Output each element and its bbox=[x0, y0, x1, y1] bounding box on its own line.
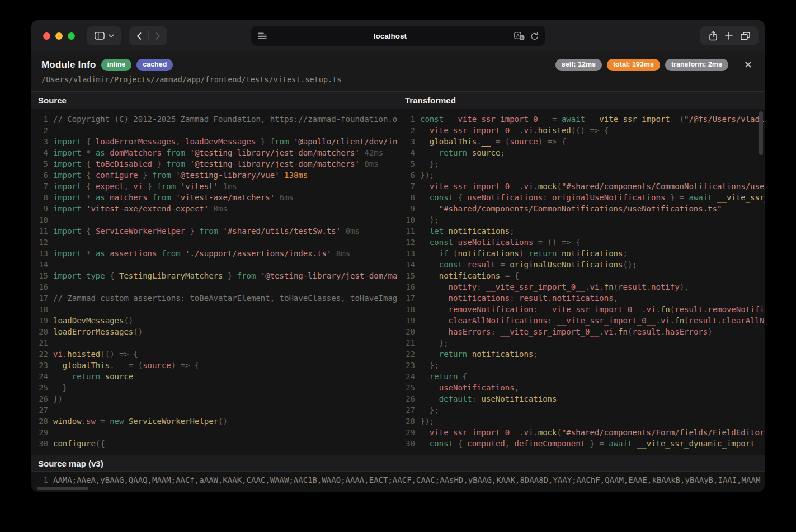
line-number: 28 bbox=[398, 416, 415, 427]
sidebar-toggle-button[interactable] bbox=[87, 26, 121, 45]
code-line: 24 return { bbox=[398, 371, 765, 382]
line-number: 11 bbox=[398, 225, 415, 237]
code-line: 30configure({ bbox=[31, 438, 398, 449]
line-number: 25 bbox=[31, 382, 48, 393]
line-number: 20 bbox=[398, 326, 415, 337]
code-line: 11import { ServiceWorkerHelper } from '#… bbox=[31, 225, 398, 237]
minimize-window-button[interactable] bbox=[55, 32, 63, 40]
code-line: 23 }; bbox=[398, 360, 765, 371]
code-line: 19 clearAllNotifications: __vite_ssr_imp… bbox=[398, 315, 765, 326]
sourcemap-section: 1 AAMA;AAeA,yBAAG,QAAQ,MAAM;AACf,aAAW,KA… bbox=[31, 472, 765, 492]
line-number: 14 bbox=[31, 259, 48, 270]
line-number: 18 bbox=[31, 304, 48, 315]
forward-button[interactable] bbox=[149, 32, 167, 40]
line-number: 1 bbox=[398, 114, 415, 125]
line-number: 13 bbox=[398, 248, 415, 259]
close-panel-button[interactable]: ✕ bbox=[742, 59, 755, 71]
code-line: 5 }; bbox=[398, 158, 765, 170]
line-number: 12 bbox=[31, 237, 48, 248]
zoom-window-button[interactable] bbox=[68, 32, 75, 40]
code-line: 13import * as assertions from './support… bbox=[31, 248, 398, 259]
line-number: 1 bbox=[31, 114, 48, 125]
browser-window: localhost A x bbox=[31, 20, 765, 492]
line-number: 23 bbox=[398, 360, 415, 371]
line-number: 4 bbox=[31, 147, 48, 158]
line-number: 10 bbox=[398, 214, 415, 225]
source-code[interactable]: 1// Copyright (C) 2012-2025 Zammad Found… bbox=[31, 109, 398, 455]
line-number: 18 bbox=[398, 304, 415, 315]
code-line: 19loadDevMessages() bbox=[31, 315, 398, 326]
navigation-buttons bbox=[129, 26, 167, 45]
code-line: 23 globalThis.__ = (source) => { bbox=[31, 360, 398, 371]
code-line: 3 globalThis.__ = (source) => { bbox=[398, 136, 765, 147]
code-line: 29__vite_ssr_import_0__.vi.mock("#shared… bbox=[398, 427, 765, 438]
line-number: 2 bbox=[31, 125, 48, 136]
back-button[interactable] bbox=[130, 32, 148, 40]
code-line: 20loadErrorMessages() bbox=[31, 326, 398, 337]
module-badges: inlinecached bbox=[101, 59, 173, 71]
code-line: 29 bbox=[31, 427, 398, 438]
line-number: 11 bbox=[31, 225, 48, 237]
sourcemap-title: Source map (v3) bbox=[31, 455, 765, 472]
page-title: Module Info bbox=[41, 59, 96, 70]
sourcemap-line-number: 1 bbox=[31, 474, 48, 486]
code-line: 22 return notifications; bbox=[398, 349, 765, 360]
code-line: 20 hasErrors: __vite_ssr_import_0__.vi.f… bbox=[398, 326, 765, 337]
window-controls bbox=[43, 32, 75, 40]
line-number: 17 bbox=[31, 293, 48, 304]
code-line: 1const __vite_ssr_import_0__ = await __v… bbox=[398, 114, 765, 125]
tab-overview-icon[interactable] bbox=[741, 32, 750, 40]
code-line: 10 bbox=[31, 214, 398, 225]
line-number: 13 bbox=[31, 248, 48, 259]
reader-icon[interactable] bbox=[258, 32, 267, 40]
chevron-down-icon bbox=[109, 34, 114, 37]
close-window-button[interactable] bbox=[43, 32, 50, 40]
code-line: 25 } bbox=[31, 382, 398, 393]
line-number: 15 bbox=[398, 270, 415, 281]
inline-badge: inline bbox=[101, 59, 132, 71]
line-number: 26 bbox=[31, 393, 48, 404]
line-number: 27 bbox=[31, 404, 48, 416]
line-number: 22 bbox=[398, 349, 415, 360]
translate-icon[interactable]: A x bbox=[514, 32, 525, 40]
url-text[interactable]: localhost bbox=[267, 32, 514, 40]
address-bar[interactable]: localhost A x bbox=[251, 26, 545, 46]
module-info-title-row: Module Info inlinecached self: 12mstotal… bbox=[31, 51, 765, 71]
vertical-scrollbar-thumb[interactable] bbox=[759, 111, 763, 155]
transformed-code[interactable]: 1const __vite_ssr_import_0__ = await __v… bbox=[398, 109, 765, 455]
code-line: 27 }; bbox=[398, 404, 765, 416]
line-number: 7 bbox=[31, 181, 48, 192]
code-line: 28}); bbox=[398, 416, 765, 427]
code-line: 4import * as domMatchers from '@testing-… bbox=[31, 147, 398, 158]
line-number: 2 bbox=[398, 125, 415, 136]
line-number: 30 bbox=[31, 438, 48, 449]
svg-text:A: A bbox=[516, 32, 520, 38]
new-tab-icon[interactable] bbox=[725, 32, 733, 40]
code-line: 28window.sw = new ServiceWorkerHelper() bbox=[31, 416, 398, 427]
line-number: 26 bbox=[398, 393, 415, 404]
line-number: 7 bbox=[398, 181, 415, 192]
line-number: 22 bbox=[31, 349, 48, 360]
code-line: 16 notify: __vite_ssr_import_0__.vi.fn(r… bbox=[398, 281, 765, 293]
horizontal-scrollbar-thumb[interactable] bbox=[37, 487, 88, 490]
code-line: 26}) bbox=[31, 393, 398, 404]
code-line: 6import { configure } from '@testing-lib… bbox=[31, 170, 398, 181]
toolbar-actions bbox=[700, 26, 759, 45]
line-number: 14 bbox=[398, 259, 415, 270]
code-line: 17// Zammad custom assertions: toBeAvata… bbox=[31, 293, 398, 304]
line-number: 16 bbox=[31, 281, 48, 293]
code-line: 18 removeNotification: __vite_ssr_import… bbox=[398, 304, 765, 315]
line-number: 21 bbox=[398, 337, 415, 349]
code-line: 30 const { computed, defineComponent } =… bbox=[398, 438, 765, 449]
code-line: 4 return source; bbox=[398, 147, 765, 158]
reload-icon[interactable] bbox=[530, 32, 539, 40]
share-icon[interactable] bbox=[709, 31, 718, 41]
timing-badges: self: 12mstotal: 193mstransform: 2ms bbox=[555, 59, 728, 71]
code-line: 14 const result = originalUseNotificatio… bbox=[398, 259, 765, 270]
code-line: 21 }; bbox=[398, 337, 765, 349]
line-number: 9 bbox=[31, 203, 48, 214]
code-line: 8import * as matchers from 'vitest-axe/m… bbox=[31, 192, 398, 203]
line-number: 20 bbox=[31, 326, 48, 337]
line-number: 5 bbox=[31, 158, 48, 170]
code-line: 22vi.hoisted(() => { bbox=[31, 349, 398, 360]
